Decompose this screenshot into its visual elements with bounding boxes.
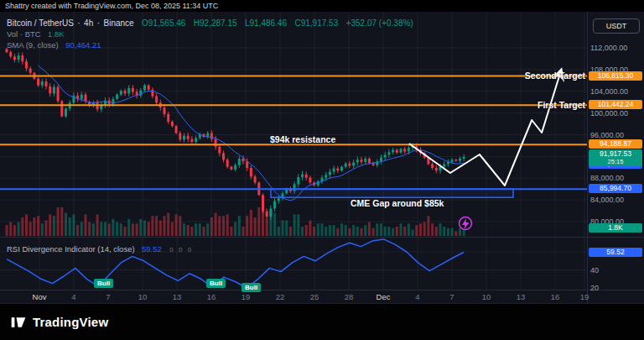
ohlc-high: H92,287.15 (194, 18, 237, 28)
legend-separator: · (97, 18, 100, 28)
tradingview-logo-icon[interactable] (10, 314, 27, 331)
interval-label[interactable]: 4h (84, 18, 93, 28)
ohlc-close: C91,917.53 (294, 18, 338, 28)
attribution-bar: Shattry created with TradingView.com, De… (0, 0, 644, 12)
ohlc-low: L91,486.46 (245, 18, 287, 28)
symbol-legend[interactable]: Bitcoin / TetherUS · 4h · Binance O91,56… (7, 14, 413, 29)
legend-separator: · (77, 18, 80, 28)
price-axis-border (587, 12, 588, 303)
reaction-icon[interactable] (460, 217, 472, 230)
projection-arrow[interactable] (409, 74, 560, 186)
cme-gap-box[interactable] (271, 189, 513, 197)
ohlc-change: +352.07 (+0.38%) (346, 18, 413, 28)
sma-line (39, 65, 465, 201)
rsi-title[interactable]: RSI Divergence Indicator (14, close) (7, 244, 135, 254)
exchange-label: Binance (103, 18, 133, 28)
tradingview-snapshot: Shattry created with TradingView.com, De… (0, 0, 644, 340)
pane-separator[interactable] (0, 237, 644, 238)
level-lines[interactable] (0, 76, 587, 190)
sma-label[interactable]: SMA (9, close) (7, 40, 59, 50)
rsi-legend[interactable]: RSI Divergence Indicator (14, close) 59.… (7, 240, 193, 255)
tradingview-wordmark[interactable]: TradingView (33, 315, 108, 329)
footer-bar: TradingView (0, 303, 644, 340)
sma-legend[interactable]: SMA (9, close) 90,464.21 (7, 36, 101, 51)
currency-toggle-button[interactable]: USDT (593, 18, 640, 34)
sma-value: 90,464.21 (65, 40, 101, 50)
rsi-value: 59.52 (142, 244, 162, 254)
ohlc-open: O91,565.46 (142, 18, 185, 28)
rsi-flags: 0 0 0 (169, 246, 193, 254)
timeaxis-separator (0, 290, 644, 290)
